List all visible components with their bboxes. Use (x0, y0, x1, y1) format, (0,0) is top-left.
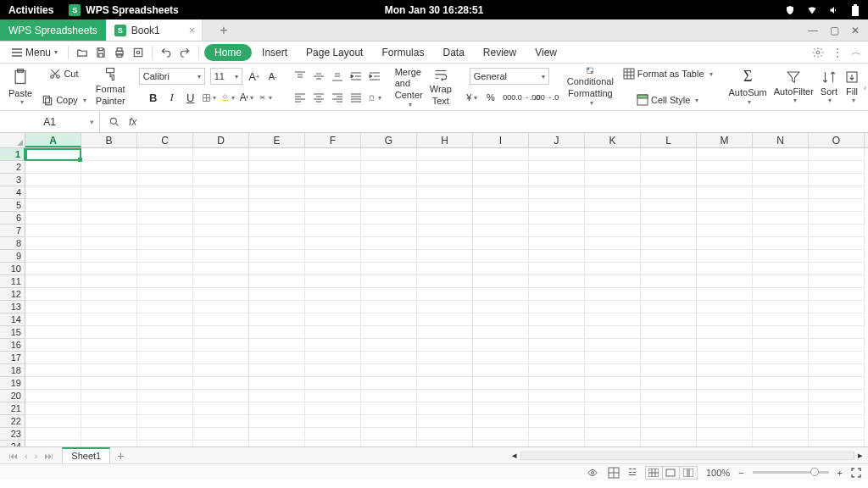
cell[interactable] (25, 225, 81, 237)
tab-review[interactable]: Review (475, 43, 525, 62)
cell[interactable] (249, 225, 305, 237)
cell[interactable] (417, 377, 473, 390)
cell[interactable] (249, 161, 305, 174)
cell[interactable] (753, 212, 809, 225)
zoom-level[interactable]: 100% (706, 468, 730, 478)
document-tab-close-icon[interactable]: × (189, 24, 196, 36)
cell[interactable] (473, 275, 529, 288)
cell[interactable] (81, 199, 137, 212)
spreadsheet-grid[interactable]: ABCDEFGHIJKLMNO 123456789101112131415161… (0, 133, 868, 446)
cell[interactable] (305, 199, 361, 212)
row-header[interactable]: 19 (0, 377, 25, 390)
select-all-corner[interactable] (0, 133, 25, 147)
cell[interactable] (305, 161, 361, 174)
new-tab-button[interactable]: + (211, 23, 236, 38)
row-header[interactable]: 1 (0, 148, 25, 161)
cell[interactable] (81, 428, 137, 441)
view-normal-icon[interactable] (646, 467, 663, 479)
autosum-button[interactable]: Σ AutoSum (726, 65, 771, 108)
cell[interactable] (249, 390, 305, 402)
cell[interactable] (753, 377, 809, 390)
cell[interactable] (697, 225, 753, 237)
cell[interactable] (641, 225, 697, 237)
bold-icon[interactable]: B (147, 91, 160, 104)
cell[interactable] (529, 148, 585, 161)
fill-button[interactable]: Fill (841, 65, 863, 108)
cell[interactable] (641, 199, 697, 212)
cell[interactable] (193, 186, 249, 199)
cell[interactable] (809, 441, 865, 446)
cell[interactable] (417, 250, 473, 263)
cells-area[interactable] (25, 148, 865, 446)
cell[interactable] (473, 212, 529, 225)
cell[interactable] (305, 275, 361, 288)
cell[interactable] (697, 250, 753, 263)
cell[interactable] (249, 186, 305, 199)
currency-icon[interactable]: ¥ (465, 91, 479, 104)
wrap-text-button[interactable]: Wrap Text (426, 65, 455, 108)
column-header[interactable]: G (361, 133, 417, 147)
cell[interactable] (753, 199, 809, 212)
cell[interactable] (585, 237, 641, 250)
cell[interactable] (417, 301, 473, 313)
font-name-select[interactable]: Calibri▾ (139, 68, 205, 85)
cell[interactable] (81, 364, 137, 377)
ribbon-more-icon[interactable]: ⋮ (832, 47, 843, 58)
cell[interactable] (697, 352, 753, 364)
row-header[interactable]: 13 (0, 301, 25, 313)
cell[interactable] (697, 148, 753, 161)
cell[interactable] (137, 174, 193, 186)
cell[interactable] (809, 402, 865, 415)
cell[interactable] (641, 161, 697, 174)
cell[interactable] (641, 415, 697, 428)
cell[interactable] (641, 186, 697, 199)
cell[interactable] (473, 199, 529, 212)
cell[interactable] (473, 288, 529, 301)
cell[interactable] (473, 174, 529, 186)
cell[interactable] (25, 415, 81, 428)
cell[interactable] (417, 225, 473, 237)
cell[interactable] (585, 352, 641, 364)
cell[interactable] (473, 352, 529, 364)
cell[interactable] (585, 212, 641, 225)
cell[interactable] (753, 275, 809, 288)
cell[interactable] (249, 441, 305, 446)
cell[interactable] (529, 441, 585, 446)
orientation-icon[interactable] (368, 91, 381, 104)
cell[interactable] (809, 390, 865, 402)
cell[interactable] (697, 275, 753, 288)
cell[interactable] (529, 313, 585, 326)
cell[interactable] (417, 199, 473, 212)
cell[interactable] (529, 250, 585, 263)
cell[interactable] (809, 275, 865, 288)
cell[interactable] (137, 339, 193, 352)
cell[interactable] (697, 237, 753, 250)
cell[interactable] (81, 186, 137, 199)
cell[interactable] (641, 339, 697, 352)
cell[interactable] (529, 212, 585, 225)
cell[interactable] (809, 161, 865, 174)
cell[interactable] (753, 225, 809, 237)
cell[interactable] (585, 174, 641, 186)
cell[interactable] (417, 364, 473, 377)
cell[interactable] (473, 148, 529, 161)
collapse-ribbon-icon[interactable]: ︿ (851, 45, 861, 59)
cell[interactable] (193, 415, 249, 428)
column-header[interactable]: O (809, 133, 865, 147)
name-box[interactable]: A1 ▾ (0, 111, 100, 132)
cell[interactable] (585, 161, 641, 174)
cell[interactable] (697, 199, 753, 212)
cell[interactable] (137, 402, 193, 415)
cell[interactable] (697, 377, 753, 390)
cell[interactable] (529, 237, 585, 250)
cell[interactable] (361, 313, 417, 326)
format-painter-button[interactable]: Format Painter (92, 65, 129, 108)
eye-mode-icon[interactable] (586, 468, 599, 478)
row-header[interactable]: 2 (0, 161, 25, 174)
cell[interactable] (641, 441, 697, 446)
cell[interactable] (305, 428, 361, 441)
cell[interactable] (585, 301, 641, 313)
cell[interactable] (305, 212, 361, 225)
align-middle-icon[interactable] (312, 69, 326, 83)
cell[interactable] (137, 275, 193, 288)
